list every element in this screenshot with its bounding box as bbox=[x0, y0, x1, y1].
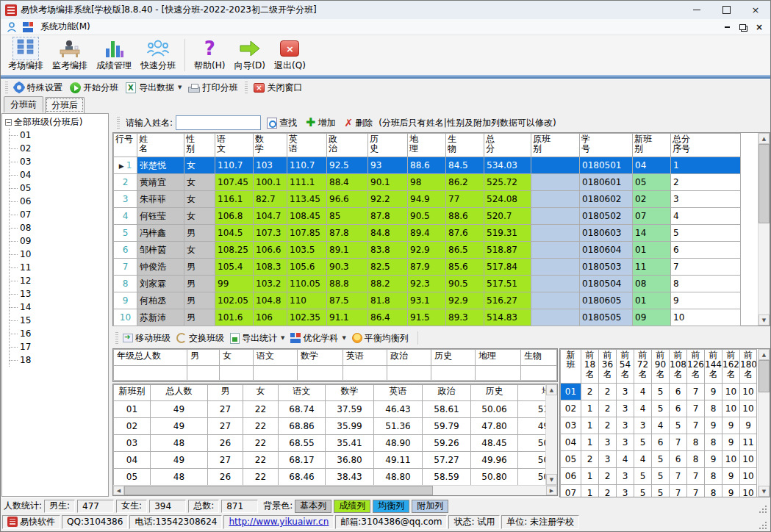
cell[interactable]: 2 bbox=[599, 384, 617, 400]
cell[interactable]: 534.03 bbox=[484, 157, 531, 174]
scroll-right-icon[interactable]: ▶ bbox=[546, 486, 557, 495]
cell[interactable] bbox=[531, 309, 580, 326]
cell[interactable]: 48 bbox=[151, 469, 208, 486]
cell[interactable]: 7 bbox=[671, 259, 741, 276]
cell[interactable] bbox=[531, 225, 580, 242]
cell[interactable]: 94.9 bbox=[408, 191, 446, 208]
cell[interactable]: 5 bbox=[634, 485, 652, 498]
cell[interactable]: 68.86 bbox=[279, 418, 326, 435]
tree-item-class[interactable]: 13 bbox=[10, 287, 108, 301]
cell[interactable]: 4 bbox=[634, 384, 652, 400]
cell[interactable]: 2 bbox=[114, 174, 137, 191]
proctor-arrange-button[interactable]: 监考编排 bbox=[48, 37, 92, 73]
cell[interactable] bbox=[531, 157, 580, 174]
exam-room-arrange-button[interactable]: 考场编排 bbox=[4, 37, 48, 73]
tree-item-class[interactable]: 09 bbox=[10, 234, 108, 248]
cell[interactable]: 5 bbox=[652, 400, 670, 417]
cell[interactable]: 7 bbox=[687, 400, 705, 417]
cell[interactable]: 11 bbox=[633, 259, 671, 276]
tree-item-class[interactable]: 17 bbox=[10, 340, 108, 353]
cell[interactable]: 黄靖宜 bbox=[137, 174, 184, 191]
cell[interactable]: 02 bbox=[114, 418, 151, 435]
cell[interactable]: 男 bbox=[184, 276, 215, 292]
table-row[interactable]: 0712355778910 bbox=[561, 485, 757, 498]
cell[interactable]: 107.3 bbox=[254, 225, 287, 242]
tree-item-class[interactable]: 10 bbox=[10, 248, 108, 261]
cell[interactable] bbox=[387, 366, 431, 381]
cell[interactable]: 116.1 bbox=[215, 191, 254, 208]
table-row[interactable]: 0149272268.7437.5946.4358.6150.0651.48 bbox=[114, 401, 546, 418]
scroll-up-icon[interactable]: ▲ bbox=[759, 133, 770, 144]
cell[interactable]: 10 bbox=[671, 309, 741, 326]
cell[interactable]: 8 bbox=[687, 451, 705, 468]
cell[interactable]: 8 bbox=[705, 400, 722, 417]
cell[interactable]: 8 bbox=[705, 485, 722, 498]
cell[interactable]: 93 bbox=[368, 157, 408, 174]
cell[interactable]: 111.1 bbox=[287, 174, 327, 191]
tab-after-divide[interactable]: 分班后 bbox=[45, 97, 85, 113]
cell[interactable]: 8 bbox=[671, 276, 741, 292]
wizard-button[interactable]: 向导(D) bbox=[229, 37, 270, 73]
cell[interactable]: 38.43 bbox=[326, 469, 374, 486]
cell[interactable] bbox=[531, 174, 580, 191]
cell[interactable]: 87.5 bbox=[327, 292, 368, 309]
cell[interactable] bbox=[521, 366, 557, 381]
cell[interactable]: 87.6 bbox=[446, 225, 484, 242]
special-settings-button[interactable]: 特殊设置 bbox=[11, 81, 67, 95]
cell[interactable]: 104.5 bbox=[215, 225, 254, 242]
class-stats-vscrollbar[interactable]: ▲ ▼ bbox=[545, 384, 557, 485]
cell[interactable]: 0180605 bbox=[580, 292, 633, 309]
cell[interactable]: 8 bbox=[705, 434, 722, 451]
cell[interactable]: 9 bbox=[705, 384, 722, 400]
cell[interactable]: 3 bbox=[617, 417, 634, 434]
cell[interactable]: 26 bbox=[208, 469, 243, 486]
cell[interactable]: 77 bbox=[446, 191, 484, 208]
cell[interactable]: 01 bbox=[114, 401, 151, 418]
scroll-down-icon[interactable]: ▼ bbox=[546, 474, 557, 485]
minimize-button[interactable] bbox=[682, 1, 711, 19]
cell[interactable]: 50.66 bbox=[518, 469, 546, 486]
cell[interactable]: 85 bbox=[327, 208, 368, 225]
cell[interactable]: 4 bbox=[634, 400, 652, 417]
cell[interactable]: 2 bbox=[599, 485, 617, 498]
cell[interactable]: 10 bbox=[740, 400, 757, 417]
quick-divide-class-button[interactable]: 快速分班 bbox=[136, 37, 180, 73]
cell[interactable]: 0180601 bbox=[580, 174, 633, 191]
cell[interactable]: 2 bbox=[599, 468, 617, 485]
cell[interactable]: 51.48 bbox=[518, 401, 546, 418]
cell[interactable]: 5 bbox=[652, 468, 670, 485]
tree-item-class[interactable]: 05 bbox=[10, 181, 108, 195]
cell[interactable]: 7 bbox=[687, 417, 705, 434]
cell[interactable]: 6 bbox=[671, 242, 741, 259]
legend-extra-columns[interactable]: 附加列 bbox=[412, 500, 448, 513]
table-row[interactable]: 5冯梓鑫男104.5107.3107.8587.884.889.487.6519… bbox=[114, 225, 741, 242]
cell[interactable]: 05 bbox=[561, 451, 581, 468]
cell[interactable]: 0180602 bbox=[580, 191, 633, 208]
cell[interactable]: 5 bbox=[652, 485, 670, 498]
cell[interactable]: 钟俊浩 bbox=[137, 259, 184, 276]
score-manage-button[interactable]: 成绩管理 bbox=[92, 37, 136, 73]
cell[interactable]: 1 bbox=[581, 468, 599, 485]
cell[interactable]: 92.9 bbox=[408, 242, 446, 259]
cell[interactable]: 女 bbox=[184, 174, 215, 191]
cell[interactable]: 5 bbox=[671, 225, 741, 242]
cell[interactable]: 68.74 bbox=[279, 401, 326, 418]
cell[interactable]: 68.17 bbox=[279, 452, 326, 469]
cell[interactable]: 0180501 bbox=[580, 157, 633, 174]
table-row[interactable]: 05234456891010 bbox=[561, 451, 757, 468]
cell[interactable]: 01 bbox=[633, 292, 671, 309]
cell[interactable]: 22 bbox=[243, 452, 279, 469]
cell[interactable]: 525.72 bbox=[484, 174, 531, 191]
maximize-button[interactable] bbox=[711, 1, 741, 19]
tree-item-class[interactable]: 01 bbox=[10, 129, 108, 142]
rank-vertical-scrollbar[interactable]: ▲ ▼ bbox=[758, 349, 770, 497]
cell[interactable]: 49.75 bbox=[518, 418, 546, 435]
legend-basic-columns[interactable]: 基本列 bbox=[295, 500, 331, 513]
cell[interactable]: 0180603 bbox=[580, 225, 633, 242]
cell[interactable]: 3 bbox=[617, 434, 634, 451]
table-row[interactable]: 01223456791010 bbox=[561, 384, 757, 400]
cell[interactable]: 103 bbox=[254, 157, 287, 174]
cell[interactable]: 0180503 bbox=[580, 259, 633, 276]
cell[interactable]: 35.99 bbox=[326, 418, 374, 435]
table-row[interactable]: 0612355778910 bbox=[561, 468, 757, 485]
